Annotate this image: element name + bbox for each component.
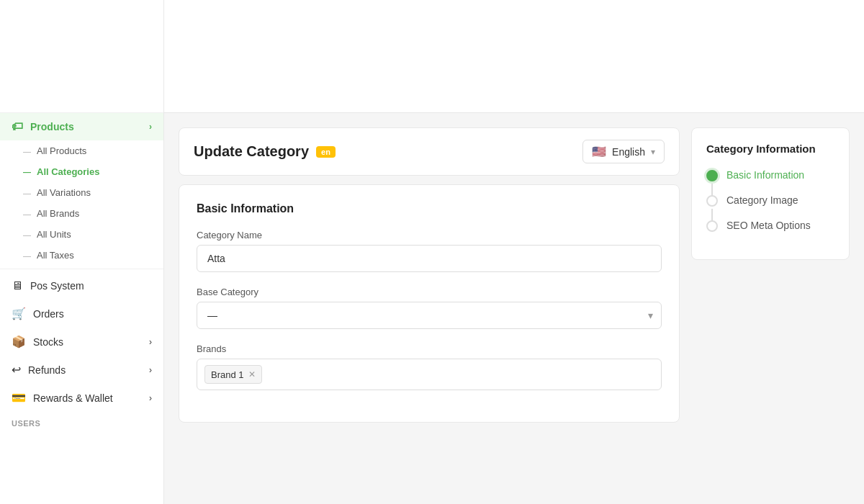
step-seo-meta-options[interactable]: SEO Meta Options: [706, 220, 834, 232]
products-chevron-icon: ›: [149, 122, 152, 132]
step-basic-information[interactable]: Basic Information: [706, 169, 834, 181]
language-selector[interactable]: 🇺🇸 English ▾: [582, 140, 665, 163]
users-section-label: USERS: [0, 412, 163, 431]
sidebar-item-all-brands[interactable]: All Brands: [0, 203, 163, 224]
page-title-area: Update Category en: [194, 143, 336, 160]
step-dot-image: [706, 195, 718, 207]
all-products-label: All Products: [37, 145, 86, 156]
chevron-down-icon: ▾: [651, 147, 655, 157]
pos-icon: 🖥: [12, 279, 23, 292]
all-taxes-label: All Taxes: [37, 250, 74, 261]
stocks-chevron-icon: ›: [149, 337, 152, 347]
sidebar-item-all-taxes[interactable]: All Taxes: [0, 245, 163, 266]
step-dot-seo: [706, 220, 718, 232]
sidebar-item-all-variations[interactable]: All Variations: [0, 182, 163, 203]
sidebar-logo: [0, 0, 163, 113]
category-name-input[interactable]: [197, 245, 662, 272]
step-label-seo: SEO Meta Options: [726, 220, 811, 231]
page-header: Update Category en 🇺🇸 English ▾: [179, 127, 680, 176]
top-bar: [164, 0, 864, 113]
pos-label: Pos System: [30, 280, 84, 292]
refunds-chevron-icon: ›: [149, 365, 152, 375]
sidebar-item-orders[interactable]: 🛒 Orders: [0, 300, 163, 328]
basic-information-card: Basic Information Category Name Base Cat…: [179, 184, 680, 423]
sidebar-item-products[interactable]: 🏷 Products ›: [0, 113, 163, 140]
brands-tag-input[interactable]: Brand 1 ✕: [197, 359, 662, 390]
step-label-basic: Basic Information: [726, 169, 804, 181]
orders-icon: 🛒: [12, 307, 26, 320]
stocks-icon: 📦: [12, 335, 26, 348]
category-name-field: Category Name: [197, 230, 662, 272]
brand-tag-remove[interactable]: ✕: [248, 369, 256, 379]
base-category-field: Base Category — ▾: [197, 287, 662, 329]
sidebar-item-all-categories[interactable]: All Categories: [0, 161, 163, 182]
sidebar-item-rewards[interactable]: 💳 Rewards & Wallet ›: [0, 384, 163, 412]
sidebar: 🏷 Products › All Products All Categories…: [0, 0, 164, 504]
brand-tag-label: Brand 1: [211, 369, 244, 380]
content-area: Update Category en 🇺🇸 English ▾ Basic In…: [164, 113, 864, 504]
base-category-select-wrapper: — ▾: [197, 302, 662, 329]
orders-label: Orders: [33, 308, 64, 320]
brands-field: Brands Brand 1 ✕: [197, 343, 662, 390]
all-categories-label: All Categories: [37, 166, 99, 177]
right-panel: Category Information Basic Information C…: [691, 127, 850, 490]
all-units-label: All Units: [37, 229, 71, 240]
step-dot-basic: [706, 170, 718, 181]
category-name-label: Category Name: [197, 230, 662, 240]
step-category-image[interactable]: Category Image: [706, 194, 834, 207]
brands-label: Brands: [197, 343, 662, 354]
sidebar-item-refunds[interactable]: ↩ Refunds ›: [0, 356, 163, 384]
rewards-label: Rewards & Wallet: [33, 392, 113, 404]
sidebar-item-pos-system[interactable]: 🖥 Pos System: [0, 272, 163, 300]
stocks-label: Stocks: [33, 336, 63, 348]
sidebar-item-stocks[interactable]: 📦 Stocks ›: [0, 328, 163, 356]
sidebar-item-all-units[interactable]: All Units: [0, 224, 163, 245]
category-info-card: Category Information Basic Information C…: [691, 127, 850, 260]
products-icon: 🏷: [12, 120, 23, 133]
refunds-label: Refunds: [28, 364, 66, 376]
brand-tag: Brand 1 ✕: [204, 365, 262, 384]
flag-icon: 🇺🇸: [592, 145, 606, 158]
all-brands-label: All Brands: [37, 208, 79, 219]
category-info-title: Category Information: [706, 143, 834, 155]
base-category-label: Base Category: [197, 287, 662, 297]
lang-badge: en: [316, 146, 336, 158]
base-category-select[interactable]: —: [197, 302, 662, 329]
main-content: Update Category en 🇺🇸 English ▾ Basic In…: [164, 0, 864, 504]
rewards-chevron-icon: ›: [149, 393, 152, 403]
sidebar-item-all-products[interactable]: All Products: [0, 140, 163, 161]
refunds-icon: ↩: [12, 363, 21, 377]
rewards-icon: 💳: [12, 391, 26, 405]
language-label: English: [612, 146, 645, 158]
all-variations-label: All Variations: [37, 187, 91, 198]
left-panel: Update Category en 🇺🇸 English ▾ Basic In…: [179, 127, 680, 490]
page-title: Update Category: [194, 143, 309, 160]
step-label-image: Category Image: [726, 194, 798, 206]
sidebar-products-label: Products: [30, 121, 74, 132]
form-card-title: Basic Information: [197, 202, 662, 215]
